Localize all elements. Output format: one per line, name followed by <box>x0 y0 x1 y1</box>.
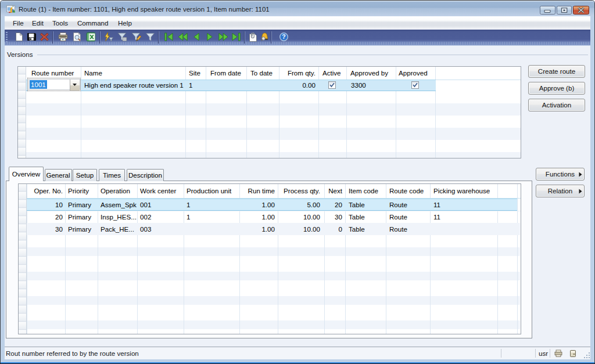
svg-text:?: ? <box>282 33 285 40</box>
